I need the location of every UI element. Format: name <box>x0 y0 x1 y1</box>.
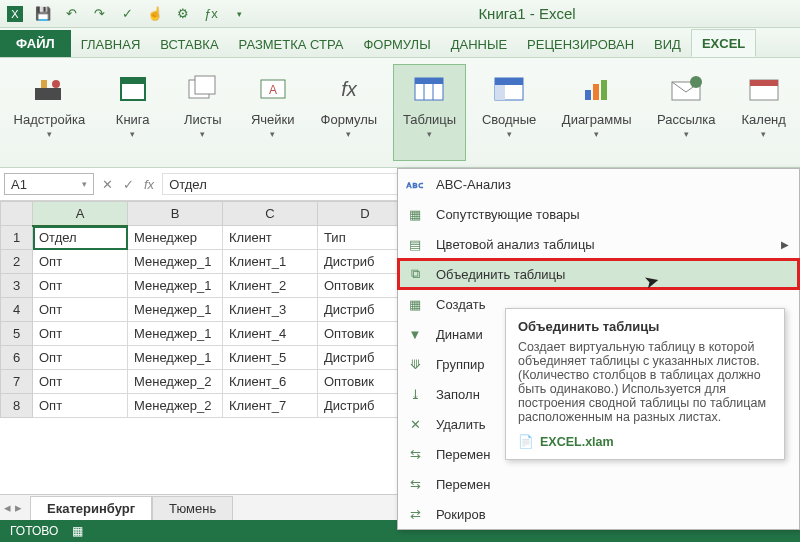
cell[interactable]: Опт <box>33 250 128 274</box>
ribbon-mail[interactable]: Рассылка▾ <box>647 64 725 161</box>
tab-formulas[interactable]: ФОРМУЛЫ <box>353 31 440 57</box>
color-icon: ▤ <box>404 233 426 255</box>
cell[interactable]: Клиент_1 <box>223 250 318 274</box>
row-header[interactable]: 3 <box>1 274 33 298</box>
ribbon-formulas[interactable]: fxФормулы▾ <box>311 64 387 161</box>
chevron-down-icon: ▾ <box>594 129 599 139</box>
tab-layout[interactable]: РАЗМЕТКА СТРА <box>229 31 354 57</box>
cell[interactable]: Менеджер_2 <box>128 370 223 394</box>
tab-home[interactable]: ГЛАВНАЯ <box>71 31 151 57</box>
col-header[interactable]: C <box>223 202 318 226</box>
chevron-down-icon: ▾ <box>761 129 766 139</box>
select-all-corner[interactable] <box>1 202 33 226</box>
ribbon-cells[interactable]: AЯчейки▾ <box>241 64 305 161</box>
ribbon-addins[interactable]: Надстройка▾ <box>4 64 95 161</box>
fx-icon[interactable]: ƒx <box>202 5 220 23</box>
tab-view[interactable]: ВИД <box>644 31 691 57</box>
ribbon-charts[interactable]: Диаграммы▾ <box>552 64 641 161</box>
ribbon-sheets[interactable]: Листы▾ <box>171 64 235 161</box>
cell[interactable]: Опт <box>33 370 128 394</box>
tab-review[interactable]: РЕЦЕНЗИРОВАН <box>517 31 644 57</box>
spell-icon[interactable]: ✓ <box>118 5 136 23</box>
cell[interactable]: Менеджер_1 <box>128 346 223 370</box>
name-box[interactable]: A1 ▾ <box>4 173 94 195</box>
cell[interactable]: Опт <box>33 322 128 346</box>
ribbon-pivot[interactable]: Сводные▾ <box>472 64 546 161</box>
ribbon-label: Календ <box>742 113 786 127</box>
cell[interactable]: Менеджер <box>128 226 223 250</box>
fx-icon[interactable]: fx <box>144 177 154 192</box>
cell[interactable]: Клиент_4 <box>223 322 318 346</box>
charts-icon <box>577 69 617 109</box>
row-header[interactable]: 6 <box>1 346 33 370</box>
row-header[interactable]: 2 <box>1 250 33 274</box>
qat-more-icon[interactable]: ▾ <box>230 5 248 23</box>
cell[interactable]: Менеджер_1 <box>128 322 223 346</box>
cell[interactable]: Менеджер_1 <box>128 250 223 274</box>
cell[interactable]: Опт <box>33 394 128 418</box>
funnel-icon: ▼ <box>404 323 426 345</box>
cell[interactable]: Опт <box>33 274 128 298</box>
tooltip-file: 📄 EXCEL.xlam <box>518 434 772 449</box>
tooltip-body: Создает виртуальную таблицу в которой об… <box>518 340 772 424</box>
menu-item-10[interactable]: ⇆Перемен <box>398 469 799 499</box>
tables-icon <box>409 69 449 109</box>
cancel-icon[interactable]: ✕ <box>102 177 113 192</box>
menu-item-3[interactable]: ⧉Объединить таблицы <box>398 259 799 289</box>
chevron-down-icon: ▾ <box>684 129 689 139</box>
row-header[interactable]: 7 <box>1 370 33 394</box>
cell[interactable]: Опт <box>33 346 128 370</box>
cell[interactable]: Клиент <box>223 226 318 250</box>
mail-icon <box>666 69 706 109</box>
enter-icon[interactable]: ✓ <box>123 177 134 192</box>
cell[interactable]: Клиент_5 <box>223 346 318 370</box>
menu-item-label: Объединить таблицы <box>436 267 565 282</box>
row-header[interactable]: 5 <box>1 322 33 346</box>
touch-icon[interactable]: ☝ <box>146 5 164 23</box>
svg-rect-13 <box>415 78 443 84</box>
cell[interactable]: Клиент_2 <box>223 274 318 298</box>
macro-icon[interactable]: ▦ <box>72 524 83 538</box>
sheet-tab-ekb[interactable]: Екатеринбург <box>30 496 152 520</box>
row-header[interactable]: 4 <box>1 298 33 322</box>
cell[interactable]: Опт <box>33 298 128 322</box>
cell[interactable]: Менеджер_2 <box>128 394 223 418</box>
pivot-icon <box>489 69 529 109</box>
sheet-tab-tyumen[interactable]: Тюмень <box>152 496 233 520</box>
tab-file[interactable]: ФАЙЛ <box>0 30 71 57</box>
ribbon-cal[interactable]: Календ▾ <box>731 64 796 161</box>
cell[interactable]: Отдел <box>33 226 128 250</box>
row-header[interactable]: 8 <box>1 394 33 418</box>
menu-item-0[interactable]: ᴀʙᴄABC-Анализ <box>398 169 799 199</box>
menu-item-2[interactable]: ▤Цветовой анализ таблицы▶ <box>398 229 799 259</box>
cell[interactable]: Клиент_6 <box>223 370 318 394</box>
ribbon-tables[interactable]: Таблицы▾ <box>393 64 466 161</box>
cell[interactable]: Менеджер_1 <box>128 298 223 322</box>
ribbon-book[interactable]: Книга▾ <box>101 64 165 161</box>
gear-icon[interactable]: ⚙ <box>174 5 192 23</box>
chevron-down-icon[interactable]: ▾ <box>82 179 87 189</box>
col-header[interactable]: B <box>128 202 223 226</box>
menu-item-1[interactable]: ▦Сопутствующие товары <box>398 199 799 229</box>
ribbon-label: Ячейки <box>251 113 295 127</box>
formulas-icon: fx <box>329 69 369 109</box>
tab-excel-addin[interactable]: EXCEL <box>691 29 756 57</box>
undo-icon[interactable]: ↶ <box>62 5 80 23</box>
ribbon-label: Диаграммы <box>562 113 632 127</box>
move-icon: ⇆ <box>404 443 426 465</box>
cell[interactable]: Клиент_3 <box>223 298 318 322</box>
ribbon-label: Надстройка <box>14 113 86 127</box>
tab-data[interactable]: ДАННЫЕ <box>441 31 517 57</box>
cell[interactable]: Клиент_7 <box>223 394 318 418</box>
save-icon[interactable]: 💾 <box>34 5 52 23</box>
menu-item-label: Создать <box>436 297 485 312</box>
sheet-nav[interactable]: ◂ ▸ <box>4 500 22 515</box>
menu-item-11[interactable]: ⇄Рокиров <box>398 499 799 529</box>
redo-icon[interactable]: ↷ <box>90 5 108 23</box>
row-header[interactable]: 1 <box>1 226 33 250</box>
ribbon: Надстройка▾Книга▾Листы▾AЯчейки▾fxФормулы… <box>0 58 800 168</box>
col-header[interactable]: A <box>33 202 128 226</box>
cell[interactable]: Менеджер_1 <box>128 274 223 298</box>
svg-point-4 <box>52 80 60 88</box>
tab-insert[interactable]: ВСТАВКА <box>150 31 228 57</box>
